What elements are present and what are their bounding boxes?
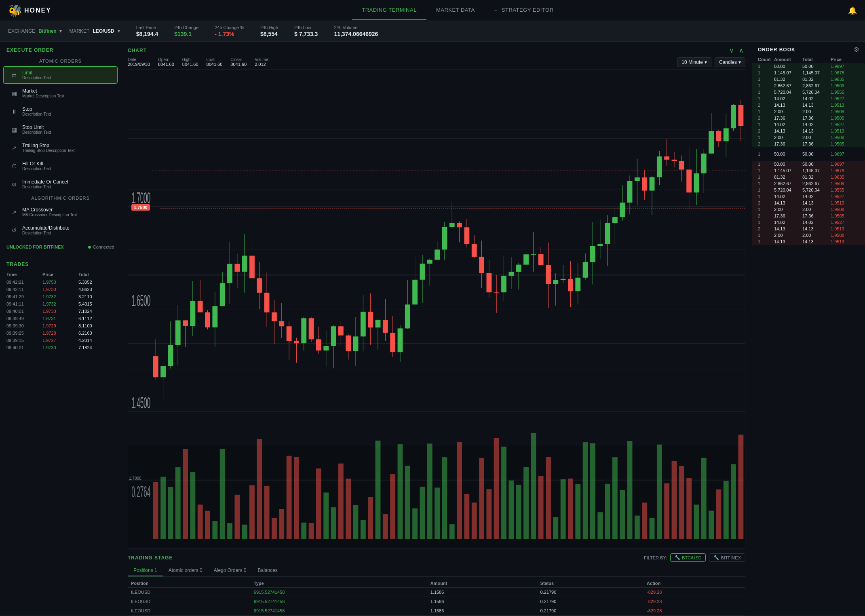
order-book-row: 2 14.13 14.13 1.9513 <box>752 200 865 206</box>
filter-btcusd-button[interactable]: 🔧 BTC/USD <box>670 553 706 562</box>
col-status: Status <box>537 579 643 588</box>
col-type: Type <box>251 579 427 588</box>
accumulate-distribute-icon: ↺ <box>10 226 18 234</box>
order-book-row: 1 14.13 14.13 1.9513 <box>752 238 865 245</box>
order-item-ma-crossover[interactable]: ↗ MA Crossover MA Crossover Description … <box>3 203 118 221</box>
center-panel: CHART ∨ ∧ Date: 2019/09/30 Open: 8041.60… <box>121 42 752 616</box>
order-book-mid-row: 1 50.00 50.00 1.9697 <box>752 151 865 157</box>
chart-chevrons: ∨ ∧ <box>728 46 745 55</box>
chart-type-dropdown[interactable]: Candles ▾ <box>715 57 745 67</box>
order-book-row: 2 14.13 14.13 1.9513 <box>752 102 865 108</box>
main-layout: EXECUTE ORDER ATOMIC ORDERS ⇄ Limit Desc… <box>0 42 865 616</box>
algorithmic-orders-title: ALGORITHMIC ORDERS <box>0 193 121 203</box>
top-nav: 🐝 HONEY TRADING TERMINAL MARKET DATA ≡ S… <box>0 0 865 21</box>
order-book-row: 1 14.02 14.02 1.9527 <box>752 95 865 102</box>
nav-market-data[interactable]: MARKET DATA <box>426 0 485 20</box>
tab-atomic-orders[interactable]: Atomic orders 0 <box>163 565 208 576</box>
trailing-stop-icon: ↗ <box>10 144 18 152</box>
col-amount: Amount <box>427 579 537 588</box>
chart-title: CHART <box>128 48 147 53</box>
stage-title: TRADING STAGE <box>128 555 173 561</box>
order-item-accumulate-distribute[interactable]: ↺ Accumulate/Distribute Description Text <box>3 222 118 239</box>
tab-positions[interactable]: Positions 1 <box>128 565 163 576</box>
bell-icon[interactable]: 🔔 <box>848 6 857 15</box>
order-book-row: 1 81.32 81.32 1.9635 <box>752 174 865 180</box>
logo-icon: 🐝 <box>8 4 21 17</box>
chart-canvas: 1.7500 1.7000 1.6500 1.4500 0.2764 <box>128 70 745 549</box>
order-book-row: 1 5,720.04 5,720.04 1.9555 <box>752 187 865 193</box>
ma-crossover-icon: ↗ <box>10 208 18 216</box>
logo-text: HONEY <box>24 7 51 14</box>
market-bar: EXCHANGE Bitfinex ▾ MARKET LEO/USD ▾ Las… <box>0 21 865 42</box>
list-item: 09:40:01 1.9730 7.1824 <box>0 308 121 315</box>
order-book-row: 2 17.36 17.36 1.9505 <box>752 115 865 121</box>
limit-icon: ⇄ <box>10 71 18 79</box>
connection-status: Connected <box>88 245 114 249</box>
stat-last-price: Last Price $8,194.4 <box>136 25 158 37</box>
chevron-up-button[interactable]: ∧ <box>737 46 745 55</box>
stat-24h-volume: 24h Volume 11,374.06646926 <box>334 25 378 37</box>
market-value[interactable]: LEO/USD <box>93 28 114 34</box>
order-item-fill-or-kill[interactable]: ⏱ Fill Or Kill Description Text <box>3 157 118 175</box>
order-book-col-headers: Count Amount Total Price <box>752 56 865 63</box>
order-book-row: 1 2,862.67 2,862.67 1.9509 <box>752 180 865 187</box>
nav-links: TRADING TERMINAL MARKET DATA ≡ STRATEGY … <box>68 0 848 20</box>
order-book-title: ORDER BOOK <box>758 47 795 53</box>
list-item: 09:42:11 1.9730 4.8623 <box>0 286 121 293</box>
ohlcv-volume: Volume: 2.012 <box>255 57 269 67</box>
order-book-row: 1 2.00 2.00 1.9508 <box>752 134 865 141</box>
trades-section: TRADES Time Price Total 09:42:21 1.9750 … <box>0 253 121 354</box>
tab-balances[interactable]: Balances <box>252 565 283 576</box>
settings-icon[interactable]: ⚙ <box>854 46 859 53</box>
order-book-row: 1 14.02 14.02 1.9527 <box>752 121 865 128</box>
order-book-row: 2 14.13 14.13 1.9513 <box>752 226 865 232</box>
filter-bitfinex-button[interactable]: 🔧 BITFINEX <box>709 553 745 562</box>
order-book-row: 1 2.00 2.00 1.9508 <box>752 108 865 115</box>
stage-table: Position Type Amount Status Action tLEOU… <box>128 579 745 616</box>
order-book-row: 1 2.00 2.00 1.9508 <box>752 206 865 213</box>
stop-icon: ⏸ <box>10 108 18 116</box>
unlocked-text: UNLOCKED FOR BITFINEX <box>6 245 64 249</box>
ohlcv-close: Close: 8041.60 <box>230 57 247 67</box>
ohlcv-high: High: 8041.60 <box>182 57 198 67</box>
order-item-stop[interactable]: ⏸ Stop Description Text <box>3 103 118 120</box>
order-book-row: 1 2.00 2.00 1.9508 <box>752 232 865 238</box>
tab-alego-orders[interactable]: Alego Orders 0 <box>208 565 252 576</box>
filter-bar: FILTER BY: 🔧 BTC/USD 🔧 BITFINEX <box>644 553 745 562</box>
order-book-divider <box>758 149 859 149</box>
immediate-or-cancel-icon: ⊘ <box>10 180 18 188</box>
stage-tabs: Positions 1 Atomic orders 0 Alego Orders… <box>128 565 745 577</box>
ohlcv-low: Low: 8041.60 <box>207 57 223 67</box>
order-book-row: 2 17.36 17.36 1.9505 <box>752 141 865 147</box>
list-item: 09:41:11 1.9732 5.4015 <box>0 300 121 308</box>
ohlcv-open: Open: 8041.60 <box>158 57 174 67</box>
stage-header: TRADING STAGE FILTER BY: 🔧 BTC/USD 🔧 BIT… <box>128 553 745 562</box>
order-book-row: 2 17.36 17.36 1.9505 <box>752 213 865 219</box>
list-item: 09:39:30 1.9729 8.1100 <box>0 322 121 329</box>
nav-strategy-editor[interactable]: ≡ STRATEGY EDITOR <box>485 0 563 20</box>
list-item: 09:39:25 1.9728 6.2160 <box>0 329 121 337</box>
connected-dot-icon <box>88 246 91 249</box>
order-item-trailing-stop[interactable]: ↗ Trailing Stop Trailing Stop Descriptio… <box>3 139 118 156</box>
logo: 🐝 HONEY <box>8 4 51 17</box>
order-book-row: 1 1,145.07 1,145.07 1.9678 <box>752 70 865 76</box>
chart-header: CHART ∨ ∧ <box>121 42 752 55</box>
status-bar: UNLOCKED FOR BITFINEX Connected <box>0 241 121 253</box>
interval-dropdown[interactable]: 10 Minute ▾ <box>677 57 711 67</box>
order-item-limit[interactable]: ⇄ Limit Description Text <box>3 66 118 84</box>
order-book-row: 1 50.00 50.00 1.9697 <box>752 161 865 167</box>
list-item: 09:41:29 1.9732 3.2110 <box>0 293 121 300</box>
chevron-down-button[interactable]: ∨ <box>728 46 736 55</box>
order-item-immediate-or-cancel[interactable]: ⊘ Immediate Or Cancel Description Text <box>3 175 118 193</box>
exchange-selector: EXCHANGE Bitfinex ▾ MARKET LEO/USD ▾ <box>8 28 120 34</box>
stat-24h-change: 24h Change $139.1 <box>174 25 198 37</box>
nav-trading-terminal[interactable]: TRADING TERMINAL <box>352 0 426 20</box>
list-item: 09:39:49 1.9731 6.1112 <box>0 315 121 322</box>
ohlcv-date: Date: 2019/09/30 <box>128 57 150 67</box>
right-panel: ORDER BOOK ⚙ Count Amount Total Price 1 … <box>752 42 865 616</box>
order-item-market[interactable]: ▦ Market Market Description Text <box>3 84 118 102</box>
order-item-stop-limit[interactable]: ▦ Stop Limit Description Text <box>3 121 118 138</box>
exchange-value[interactable]: Bitfinex <box>38 28 56 34</box>
col-action: Action <box>643 579 745 588</box>
order-book-row: 1 2,862.67 2,862.67 1.9509 <box>752 82 865 89</box>
